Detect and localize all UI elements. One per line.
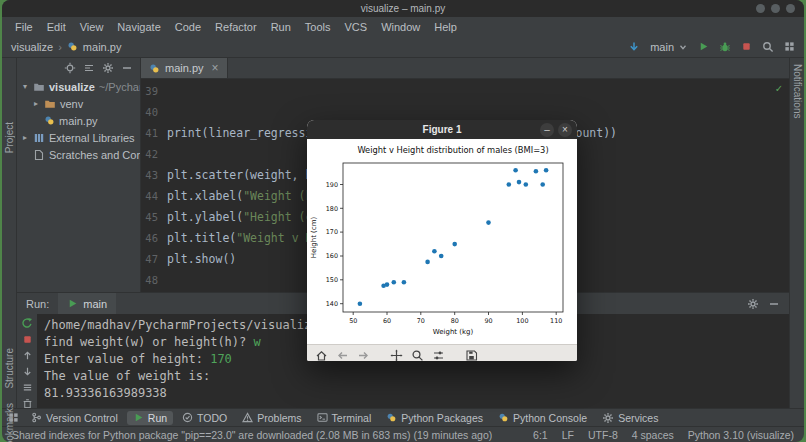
menu-run[interactable]: Run	[264, 21, 298, 33]
project-tree-item-scratches-and-cons[interactable]: Scratches and Cons	[17, 146, 140, 163]
search-everywhere-button[interactable]	[762, 41, 774, 53]
run-toolbar-strip	[17, 314, 37, 408]
toolwindow-grid-button[interactable]	[784, 41, 795, 52]
toolwindow-button-python-packages[interactable]: Python Packages	[380, 411, 489, 425]
tool-strip-project[interactable]: Project	[4, 122, 15, 153]
toolwindow-button-python-console[interactable]: Python Console	[492, 411, 593, 425]
figure-window[interactable]: Figure 1 – × Weight v Height distributio…	[307, 120, 577, 361]
menu-file[interactable]: File	[8, 21, 40, 33]
play-icon	[67, 298, 78, 309]
select-opened-file-icon[interactable]	[64, 62, 76, 74]
tool-strip-notifications[interactable]: Notifications	[792, 64, 803, 118]
update-project-icon[interactable]	[628, 41, 640, 53]
menu-tools[interactable]: Tools	[298, 21, 338, 33]
status-4-spaces[interactable]: 4 spaces	[632, 429, 674, 441]
stop-button[interactable]	[22, 334, 33, 345]
status-6-1[interactable]: 6:1	[533, 429, 548, 441]
folder-project-icon	[33, 81, 45, 93]
svg-text:Weight v Height distribution o: Weight v Height distribution of males (B…	[357, 145, 548, 155]
status-utf-8[interactable]: UTF-8	[588, 429, 618, 441]
gear-icon	[602, 412, 614, 424]
toolwindow-button-run[interactable]: Run	[127, 411, 173, 425]
menu-refactor[interactable]: Refactor	[208, 21, 264, 33]
svg-text:140: 140	[326, 300, 338, 308]
editor-tab-main-py[interactable]: main.py ×	[141, 58, 228, 78]
maximize-button[interactable]	[771, 4, 780, 13]
forward-icon[interactable]	[357, 349, 370, 362]
line-number: 45	[141, 207, 167, 228]
tree-expand-icon[interactable]: ▾	[21, 82, 29, 91]
inspection-ok-icon[interactable]: ✓	[775, 82, 782, 95]
window-titlebar[interactable]: visualize – main.py	[2, 0, 804, 17]
save-icon[interactable]	[465, 349, 478, 362]
run-tab-main[interactable]: main	[58, 293, 116, 314]
branch-icon	[31, 412, 42, 423]
status-lf[interactable]: LF	[562, 429, 574, 441]
back-icon[interactable]	[336, 349, 349, 362]
hide-panel-icon[interactable]	[121, 62, 133, 74]
toolwindow-button-version-control[interactable]: Version Control	[25, 411, 124, 425]
tool-strip-bookmarks[interactable]: Bookmarks	[4, 403, 15, 442]
project-tree-item-external-libraries[interactable]: ▸External Libraries	[17, 129, 140, 146]
hide-panel-icon[interactable]	[768, 298, 780, 310]
project-tree-item-visualize[interactable]: ▾visualize ~/Pycharm	[17, 78, 140, 95]
run-tab-label: main	[83, 298, 107, 310]
figure-titlebar[interactable]: Figure 1 – ×	[307, 120, 577, 139]
line-number: 39	[141, 81, 167, 102]
close-button[interactable]	[786, 4, 795, 13]
breadcrumb-separator: ›	[58, 41, 62, 53]
zoom-icon[interactable]	[411, 349, 424, 362]
toolwindow-button-problems[interactable]: Problems	[236, 411, 307, 425]
project-tree-item-main-py[interactable]: main.py	[17, 112, 140, 129]
down-stack-icon[interactable]	[22, 366, 33, 377]
home-icon[interactable]	[315, 349, 328, 362]
breadcrumb-project[interactable]: visualize	[11, 41, 53, 53]
tree-expand-icon[interactable]: ▸	[21, 133, 29, 142]
project-tree-item-venv[interactable]: ▸venv	[17, 95, 140, 112]
tab-close-icon[interactable]: ×	[212, 61, 219, 75]
debug-button[interactable]	[719, 41, 731, 53]
stop-button[interactable]	[741, 41, 752, 52]
terminal-icon	[317, 412, 328, 423]
gear-icon[interactable]	[102, 62, 114, 74]
svg-text:110: 110	[550, 317, 562, 325]
scatter-plot-canvas[interactable]: Weight v Height distribution of males (B…	[307, 139, 577, 344]
editor-tab-bar: main.py ×	[141, 58, 789, 79]
toolwindow-button-terminal[interactable]: Terminal	[311, 411, 378, 425]
figure-close-button[interactable]: ×	[558, 123, 572, 137]
up-stack-icon[interactable]	[22, 350, 33, 361]
console-line-3: The value of weight is:	[44, 368, 789, 385]
console-menu-icon[interactable]	[22, 382, 33, 393]
tool-strip-structure[interactable]: Structure	[4, 348, 15, 389]
tree-item-path: ~/Pycharm	[99, 81, 140, 93]
gear-icon[interactable]	[747, 298, 759, 310]
menu-window[interactable]: Window	[374, 21, 427, 33]
menu-code[interactable]: Code	[168, 21, 208, 33]
menu-help[interactable]: Help	[427, 21, 464, 33]
collapse-all-icon[interactable]	[83, 62, 95, 74]
folder-venv-icon	[44, 98, 56, 110]
run-button[interactable]	[698, 41, 709, 52]
toolwindow-button-todo[interactable]: TODO	[176, 411, 233, 425]
svg-text:Height (cm): Height (cm)	[310, 216, 318, 258]
tree-item-label: visualize	[49, 81, 95, 93]
svg-text:70: 70	[417, 317, 425, 325]
pan-icon[interactable]	[390, 349, 403, 362]
breadcrumb-file[interactable]: main.py	[83, 41, 122, 53]
python-file-icon	[149, 63, 160, 74]
minimize-button[interactable]	[756, 4, 765, 13]
figure-minimize-button[interactable]: –	[540, 123, 554, 137]
code-line-39[interactable]: 39	[141, 81, 789, 102]
menu-vcs[interactable]: VCS	[338, 21, 375, 33]
subplots-config-icon[interactable]	[432, 349, 445, 362]
rerun-button[interactable]	[21, 317, 33, 329]
status-python-3-10-visualize[interactable]: Python 3.10 (visualize)	[688, 429, 794, 441]
run-config-select[interactable]: main	[650, 41, 688, 53]
tree-expand-icon[interactable]: ▸	[32, 99, 40, 108]
menu-navigate[interactable]: Navigate	[110, 21, 167, 33]
toolwindow-button-services[interactable]: Services	[596, 411, 664, 425]
status-message: Shared indexes for Python package "pip==…	[12, 429, 492, 441]
menu-view[interactable]: View	[73, 21, 111, 33]
play-icon	[133, 412, 144, 423]
menu-edit[interactable]: Edit	[40, 21, 73, 33]
